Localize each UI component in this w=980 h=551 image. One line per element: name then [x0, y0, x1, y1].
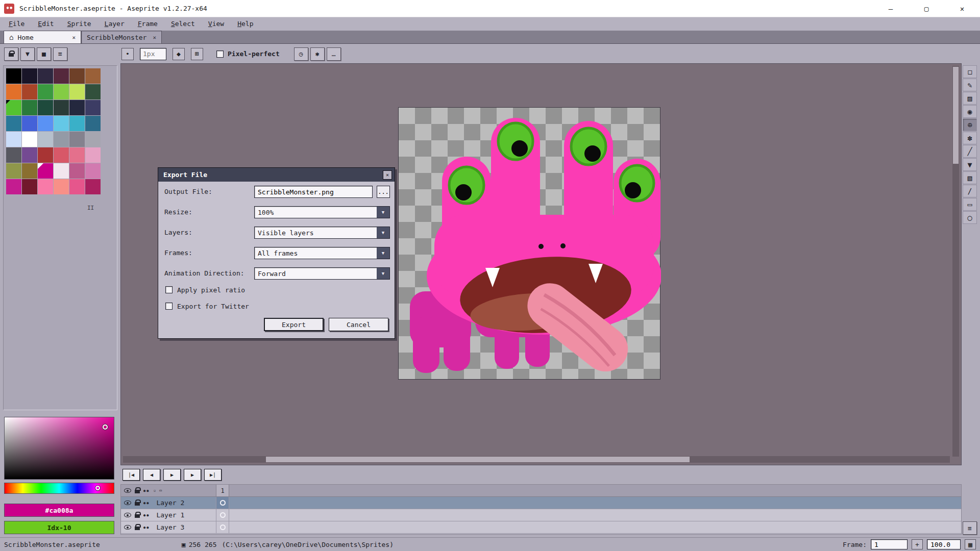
palette-index-badge[interactable]: Idx-10 [4, 521, 114, 534]
palette-swatch-42[interactable] [6, 179, 21, 194]
frame-number-header[interactable]: 1 [216, 485, 229, 496]
hue-slider[interactable] [4, 483, 114, 494]
saturation-value-picker[interactable] [4, 417, 114, 480]
close-button[interactable]: ✕ [944, 0, 980, 17]
settings-button[interactable]: ✱ [310, 47, 325, 61]
palette-swatch-1[interactable] [22, 68, 37, 84]
tab-doc-close-icon[interactable]: ✕ [153, 34, 156, 41]
frame-number-input[interactable] [871, 539, 908, 549]
menu-edit[interactable]: Edit [31, 17, 60, 31]
palette-swatch-8[interactable] [38, 84, 53, 99]
palette-swatch-27[interactable] [54, 132, 69, 147]
palette-swatch-15[interactable] [54, 100, 69, 115]
palette-swatch-0[interactable] [6, 68, 21, 84]
vertical-scrollbar[interactable] [952, 66, 959, 457]
palette-swatch-13[interactable] [22, 100, 37, 115]
brush-size-input[interactable] [140, 48, 166, 60]
foreground-color-hex[interactable]: #ca008a [4, 504, 114, 517]
palette-swatch-17[interactable] [85, 100, 101, 115]
menu-select[interactable]: Select [164, 17, 202, 31]
zoom-grid-icon[interactable]: ▦ [965, 539, 976, 549]
palette-swatch-16[interactable] [69, 100, 85, 115]
pixel-perfect-checkbox[interactable] [216, 51, 224, 58]
chevron-down-icon[interactable]: ▼ [377, 268, 389, 279]
palette-presets-button[interactable]: ■ [37, 47, 51, 61]
horizontal-scroll-handle[interactable] [266, 457, 690, 462]
maximize-button[interactable]: ▢ [909, 0, 944, 17]
cel-cell[interactable] [216, 497, 229, 509]
lock-icon[interactable] [135, 502, 140, 506]
export-for-twitter-checkbox[interactable] [165, 303, 173, 310]
palette-resize-handle[interactable]: II [87, 205, 94, 211]
palette-swatch-2[interactable] [38, 68, 53, 84]
continuous-dots[interactable]: ●● [143, 501, 150, 505]
hand-tool[interactable]: ✽ [963, 132, 977, 144]
palette-swatch-37[interactable] [22, 163, 37, 179]
palette-swatch-12[interactable] [6, 100, 21, 115]
palette-swatch-29[interactable] [85, 132, 101, 147]
palette-swatch-30[interactable] [6, 147, 21, 163]
palette-swatch-3[interactable] [54, 68, 69, 84]
horizontal-scrollbar[interactable] [123, 456, 950, 463]
gradient-tool[interactable]: ▧ [963, 171, 977, 184]
continuous-dots[interactable]: ●● [143, 525, 150, 530]
dialog-titlebar[interactable]: Export File ✕ [158, 168, 395, 182]
lock-icon[interactable] [135, 527, 140, 530]
ink-button[interactable]: ◆ [173, 48, 185, 60]
visibility-icon[interactable] [124, 525, 131, 530]
menu-frame[interactable]: Frame [131, 17, 164, 31]
cancel-button[interactable]: Cancel [329, 318, 388, 331]
layer-row-layer-2[interactable]: ●●Layer 2 [121, 497, 961, 509]
palette-swatch-36[interactable] [6, 163, 21, 179]
palette-swatch-40[interactable] [69, 163, 85, 179]
more-options-button[interactable]: … [327, 47, 341, 61]
palette-swatch-21[interactable] [54, 116, 69, 131]
zoom-tool[interactable]: ⊕ [963, 118, 977, 131]
palette-swatch-5[interactable] [85, 68, 101, 84]
slice-tool[interactable]: ╱ [963, 145, 977, 158]
export-button[interactable]: Export [264, 318, 324, 331]
timeline-options-button[interactable]: ≡ [963, 521, 977, 535]
palette-swatch-20[interactable] [38, 116, 53, 131]
chevron-down-icon[interactable]: ▼ [377, 207, 389, 218]
palette-swatch-11[interactable] [85, 84, 101, 99]
palette-swatch-35[interactable] [85, 147, 101, 163]
palette-swatch-26[interactable] [38, 132, 53, 147]
minimize-button[interactable]: — [873, 0, 909, 17]
lock-icon[interactable] [135, 514, 140, 518]
chevron-down-icon[interactable]: ▼ [377, 227, 389, 238]
ellipse-tool[interactable]: ◯ [963, 211, 977, 224]
palette-sort-button[interactable]: ▼ [20, 47, 35, 61]
layer-row-layer-3[interactable]: ●●Layer 3 [121, 521, 961, 534]
sprite-canvas[interactable] [398, 107, 660, 380]
output-file-input[interactable] [254, 186, 373, 198]
palette-swatch-41[interactable] [85, 163, 101, 179]
paint-bucket-tool[interactable]: ▼ [963, 158, 977, 171]
dialog-close-button[interactable]: ✕ [383, 170, 392, 180]
palette-swatch-34[interactable] [69, 147, 85, 163]
palette-swatch-4[interactable] [69, 68, 85, 84]
continuous-dots[interactable]: ●● [143, 513, 150, 517]
palette-swatch-18[interactable] [6, 116, 21, 131]
frames-select[interactable]: All frames ▼ [254, 247, 390, 259]
apply-pixel-ratio-checkbox[interactable] [165, 286, 173, 293]
visibility-icon[interactable] [124, 513, 131, 517]
chevron-down-icon[interactable]: ▼ [377, 247, 389, 259]
layer-row-layer-1[interactable]: ●●Layer 1 [121, 509, 961, 521]
palette-swatch-45[interactable] [54, 179, 69, 194]
palette-swatch-43[interactable] [22, 179, 37, 194]
menu-file[interactable]: File [2, 17, 31, 31]
next-frame-button[interactable]: ▶ [184, 469, 201, 481]
palette-swatch-9[interactable] [54, 84, 69, 99]
brush-type-button[interactable]: • [121, 48, 134, 60]
pencil-tool[interactable]: ✎ [963, 79, 977, 91]
line-tool[interactable]: ∕ [963, 185, 977, 197]
palette-swatch-32[interactable] [38, 147, 53, 163]
palette-lock-button[interactable] [4, 47, 18, 61]
palette-swatch-25[interactable] [22, 132, 37, 147]
vertical-scroll-handle[interactable] [953, 67, 959, 164]
rectangle-tool[interactable]: ▭ [963, 198, 977, 211]
cel-type-icon[interactable]: ▭ [159, 488, 162, 493]
menu-layer[interactable]: Layer [98, 17, 131, 31]
continuous-column-icon[interactable]: ●● [143, 489, 150, 493]
